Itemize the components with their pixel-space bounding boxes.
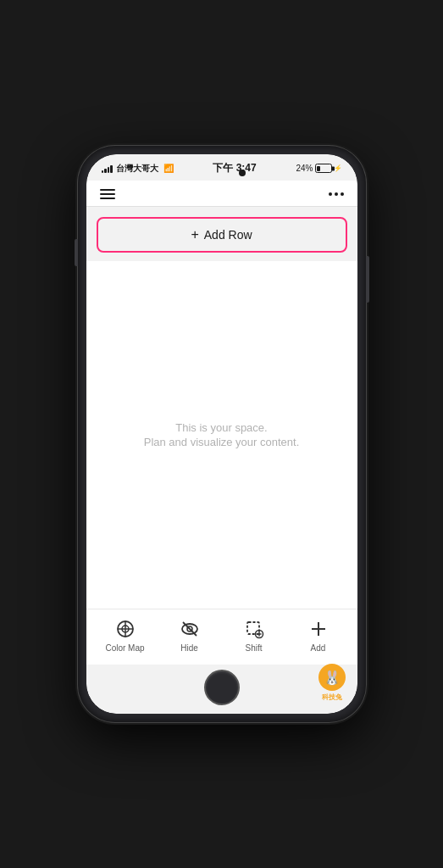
status-bar: 台灣大哥大 📶 下午 3:47 24% ⚡ [86,154,357,179]
more-options-icon[interactable] [329,192,344,196]
signal-bars-icon [102,164,113,173]
toolbar-item-shift[interactable]: Shift [230,618,277,653]
front-camera [239,170,246,176]
hamburger-menu-icon[interactable] [100,189,115,199]
wifi-icon: 📶 [163,164,174,173]
home-button[interactable] [204,670,240,705]
color-map-label: Color Map [105,643,144,653]
bottom-toolbar: Color Map Hide [86,609,357,665]
main-content: + Add Row This is your space. Plan and v… [86,207,357,609]
phone-frame: 台灣大哥大 📶 下午 3:47 24% ⚡ [78,146,366,722]
phone-inner: 台灣大哥大 📶 下午 3:47 24% ⚡ [86,154,357,714]
add-row-button[interactable]: + Add Row [97,217,347,253]
clock: 下午 3:47 [213,161,256,175]
shift-icon [243,618,265,640]
add-row-section: + Add Row [86,207,357,261]
add-label: Add [311,643,326,653]
empty-state: This is your space. Plan and visualize y… [86,261,357,609]
hide-icon [179,618,201,640]
battery-pct-label: 24% [296,164,313,173]
watermark-icon: 🐰 [318,664,346,691]
battery-container: 24% ⚡ [296,164,341,173]
battery-fill [317,166,320,171]
status-left: 台灣大哥大 📶 [102,163,174,175]
empty-state-line1: This is your space. [175,421,267,434]
watermark-text: 科技兔 [322,693,342,702]
home-indicator-area [86,665,357,714]
toolbar-item-color-map[interactable]: Color Map [102,618,148,653]
toolbar-item-add[interactable]: Add [295,618,341,653]
hide-label: Hide [180,643,198,653]
plus-icon: + [191,227,198,242]
app-header [86,181,357,207]
carrier-label: 台灣大哥大 [116,163,158,175]
battery-icon [315,164,332,173]
empty-state-line2: Plan and visualize your content. [144,436,300,448]
color-map-icon [114,618,136,640]
toolbar-item-hide[interactable]: Hide [166,618,213,653]
svg-rect-7 [247,622,259,634]
charging-icon: ⚡ [334,164,342,172]
screen: 台灣大哥大 📶 下午 3:47 24% ⚡ [86,154,357,714]
watermark: 🐰 科技兔 [318,664,346,702]
shift-label: Shift [245,643,262,653]
add-icon [307,618,329,640]
add-row-label: Add Row [204,228,252,242]
status-right: 24% ⚡ [296,164,341,173]
